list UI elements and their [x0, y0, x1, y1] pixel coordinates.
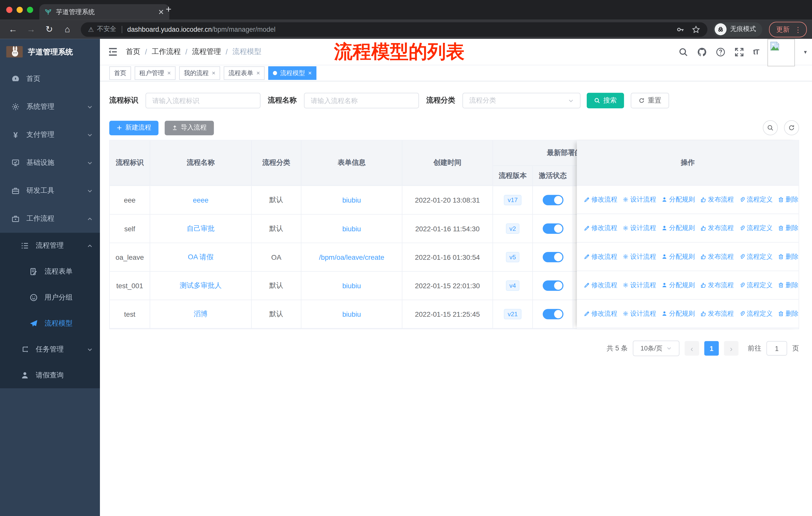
sidebar-item-home[interactable]: 首页 [0, 65, 100, 93]
font-size-icon[interactable]: tT [753, 48, 759, 56]
version-badge[interactable]: v17 [504, 195, 521, 205]
github-icon[interactable] [697, 47, 707, 57]
close-icon[interactable]: × [256, 70, 260, 77]
tag-tenant[interactable]: 租户管理 × [135, 66, 176, 80]
form-link[interactable]: biubiu [342, 282, 361, 290]
modify-process-link[interactable]: 修改流程 [584, 281, 617, 290]
home-button[interactable]: ⌂ [60, 21, 75, 37]
sidebar-item-user-group[interactable]: 用户分组 [0, 285, 100, 311]
minimize-window-button[interactable] [17, 7, 23, 13]
search-button[interactable]: 搜索 [587, 93, 624, 108]
design-process-link[interactable]: 设计流程 [622, 281, 656, 290]
import-process-button[interactable]: 导入流程 [165, 120, 214, 135]
chrome-update-button[interactable]: 更新 ⋮ [769, 21, 807, 37]
process-name-link[interactable]: eeee [193, 196, 208, 204]
key-icon[interactable] [676, 25, 685, 33]
help-icon[interactable] [716, 47, 726, 57]
modify-process-link[interactable]: 修改流程 [584, 224, 617, 233]
window-controls[interactable] [6, 7, 33, 13]
design-process-link[interactable]: 设计流程 [622, 224, 656, 233]
delete-link[interactable]: 删除 [778, 224, 799, 233]
version-badge[interactable]: v5 [506, 252, 520, 262]
address-bar[interactable]: ⚠ 不安全 dashboard.yudao.iocoder.cn /bpm/ma… [81, 22, 707, 36]
close-icon[interactable]: × [212, 70, 215, 77]
back-button[interactable]: ← [5, 21, 21, 37]
next-page-button[interactable]: › [724, 341, 738, 356]
assign-rule-link[interactable]: 分配规则 [661, 195, 695, 204]
sidebar-item-process-model[interactable]: 流程模型 [0, 310, 100, 336]
assign-rule-link[interactable]: 分配规则 [661, 309, 695, 318]
process-name-link[interactable]: 滔博 [194, 309, 208, 319]
page-size-select[interactable]: 10条/页 [633, 341, 679, 356]
active-toggle[interactable] [543, 280, 563, 291]
new-tab-button[interactable]: + [166, 3, 171, 15]
form-link[interactable]: biubiu [342, 196, 361, 204]
browser-tab[interactable]: 芋道管理系统 ✕ [39, 4, 169, 20]
process-definition-link[interactable]: 流程定义 [739, 195, 773, 204]
browser-menu-icon[interactable]: ⋮ [794, 25, 802, 33]
publish-process-link[interactable]: 发布流程 [700, 224, 734, 233]
form-link[interactable]: /bpm/oa/leave/create [319, 253, 384, 261]
refresh-table-button[interactable] [784, 120, 799, 135]
version-badge[interactable]: v4 [506, 280, 520, 291]
modify-process-link[interactable]: 修改流程 [584, 252, 617, 261]
breadcrumb-process-management[interactable]: 流程管理 [192, 47, 221, 56]
active-toggle[interactable] [543, 195, 563, 205]
toggle-search-button[interactable] [763, 120, 778, 135]
publish-process-link[interactable]: 发布流程 [700, 252, 734, 261]
active-toggle[interactable] [543, 223, 563, 234]
zoom-window-button[interactable] [27, 7, 33, 13]
form-link[interactable]: biubiu [342, 310, 361, 318]
sidebar-item-leave-query[interactable]: 请假查询 [0, 362, 100, 388]
avatar[interactable] [768, 39, 795, 66]
reload-button[interactable]: ↻ [41, 21, 57, 37]
assign-rule-link[interactable]: 分配规则 [661, 224, 695, 233]
security-warning[interactable]: ⚠ 不安全 [88, 25, 117, 34]
process-name-input[interactable] [304, 93, 419, 108]
version-badge[interactable]: v21 [504, 309, 521, 320]
publish-process-link[interactable]: 发布流程 [700, 309, 734, 318]
assign-rule-link[interactable]: 分配规则 [661, 281, 695, 290]
process-definition-link[interactable]: 流程定义 [739, 281, 773, 290]
bookmark-star-icon[interactable] [692, 25, 700, 33]
delete-link[interactable]: 删除 [778, 309, 799, 318]
process-id-input[interactable] [145, 93, 261, 108]
process-definition-link[interactable]: 流程定义 [739, 309, 773, 318]
process-definition-link[interactable]: 流程定义 [739, 224, 773, 233]
sidebar-item-devtools[interactable]: 研发工具 [0, 177, 100, 205]
page-1-button[interactable]: 1 [704, 341, 719, 356]
active-toggle[interactable] [543, 252, 563, 262]
active-toggle[interactable] [543, 309, 563, 319]
avatar-caret-icon[interactable]: ▾ [804, 48, 807, 55]
breadcrumb-home[interactable]: 首页 [126, 47, 141, 56]
sidebar-item-payment[interactable]: ¥ 支付管理 [0, 121, 100, 148]
tag-process-form[interactable]: 流程表单 × [224, 66, 265, 80]
process-name-link[interactable]: 测试多审批人 [180, 281, 222, 290]
version-badge[interactable]: v2 [506, 223, 520, 234]
modify-process-link[interactable]: 修改流程 [584, 195, 617, 204]
sidebar-item-process-form[interactable]: 流程表单 [0, 259, 100, 285]
create-process-button[interactable]: 新建流程 [109, 120, 158, 135]
prev-page-button[interactable]: ‹ [685, 341, 699, 356]
design-process-link[interactable]: 设计流程 [622, 309, 656, 318]
delete-link[interactable]: 删除 [778, 195, 799, 204]
sidebar-item-infrastructure[interactable]: 基础设施 [0, 148, 100, 176]
sidebar-item-task-management[interactable]: 任务管理 [0, 336, 100, 362]
tag-process-model[interactable]: 流程模型 × [268, 66, 316, 80]
close-window-button[interactable] [6, 7, 12, 13]
tab-close-icon[interactable]: ✕ [158, 8, 164, 16]
tag-home[interactable]: 首页 [109, 66, 131, 80]
delete-link[interactable]: 删除 [778, 252, 799, 261]
form-link[interactable]: biubiu [342, 225, 361, 233]
close-icon[interactable]: × [167, 70, 171, 77]
goto-page-input[interactable] [766, 341, 787, 356]
fullscreen-icon[interactable] [734, 47, 744, 57]
design-process-link[interactable]: 设计流程 [622, 195, 656, 204]
design-process-link[interactable]: 设计流程 [622, 252, 656, 261]
process-name-link[interactable]: OA 请假 [188, 252, 213, 262]
modify-process-link[interactable]: 修改流程 [584, 309, 617, 318]
publish-process-link[interactable]: 发布流程 [700, 195, 734, 204]
tag-my-process[interactable]: 我的流程 × [179, 66, 220, 80]
delete-link[interactable]: 删除 [778, 281, 799, 290]
forward-button[interactable]: → [23, 21, 39, 37]
